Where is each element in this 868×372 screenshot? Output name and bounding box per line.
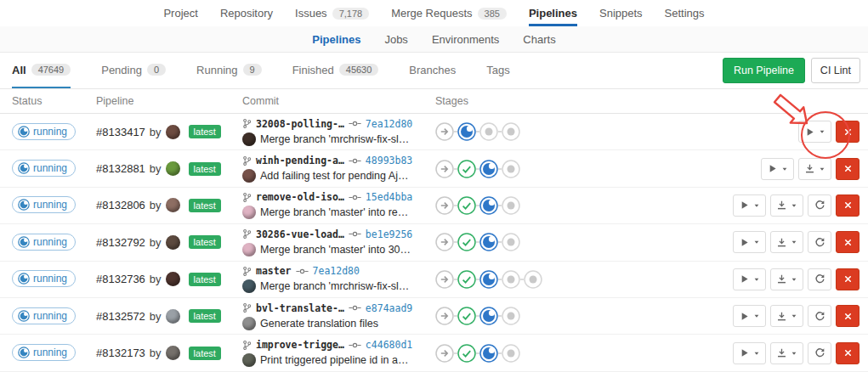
retry-button[interactable] <box>808 305 831 327</box>
download-button[interactable] <box>770 268 803 290</box>
branch-link[interactable]: bvl-translate-… <box>256 302 344 314</box>
stage-status-icon-success[interactable] <box>457 270 476 289</box>
commit-author-avatar[interactable] <box>242 353 256 367</box>
stage-status-icon-created[interactable] <box>502 122 520 141</box>
commit-sha-link[interactable]: be1e9256 <box>366 228 412 240</box>
status-badge[interactable]: running <box>12 344 76 361</box>
stage-status-icon-created[interactable] <box>502 270 520 289</box>
commit-message-link[interactable]: Print triggered pipeline id in a… <box>260 354 408 366</box>
download-button[interactable] <box>798 158 831 180</box>
stage-status-icon-created[interactable] <box>502 307 520 325</box>
user-avatar[interactable] <box>166 235 180 250</box>
cancel-button[interactable] <box>836 194 859 217</box>
download-button[interactable] <box>770 342 803 364</box>
branch-link[interactable]: 32008-polling-… <box>256 118 344 130</box>
download-button[interactable] <box>770 305 803 327</box>
stage-status-icon-created[interactable] <box>502 233 520 251</box>
stage-status-icon-skipped[interactable] <box>435 233 454 251</box>
pipeline-link[interactable]: #8132806 <box>96 199 145 211</box>
retry-button[interactable] <box>808 194 831 217</box>
cancel-button[interactable] <box>836 121 859 143</box>
retry-button[interactable] <box>808 231 831 253</box>
commit-author-avatar[interactable] <box>242 206 256 219</box>
stage-status-icon-running[interactable] <box>479 344 498 363</box>
download-button[interactable] <box>770 231 803 253</box>
play-button[interactable] <box>733 231 766 253</box>
pipeline-link[interactable]: #8132173 <box>96 347 145 359</box>
pipeline-link[interactable]: #8132736 <box>96 273 145 285</box>
branch-link[interactable]: remove-old-iso… <box>256 191 344 203</box>
pipeline-link[interactable]: #8132881 <box>96 162 145 175</box>
stage-status-icon-success[interactable] <box>457 196 476 215</box>
download-button[interactable] <box>770 194 803 217</box>
commit-author-avatar[interactable] <box>242 132 256 146</box>
play-button[interactable] <box>733 194 766 217</box>
nav-item-project[interactable]: Project <box>163 0 197 26</box>
branch-link[interactable]: 30286-vue-load… <box>256 228 344 240</box>
user-avatar[interactable] <box>166 125 180 139</box>
commit-sha-link[interactable]: e874aad9 <box>366 302 412 314</box>
branch-link[interactable]: winh-pending-a… <box>256 155 344 166</box>
stage-status-icon-success[interactable] <box>457 307 476 325</box>
stage-status-icon-running[interactable] <box>479 196 498 215</box>
stage-status-icon-skipped[interactable] <box>435 344 454 363</box>
nav-item-merge-requests[interactable]: Merge Requests385 <box>391 0 507 26</box>
stage-status-icon-created[interactable] <box>524 270 542 289</box>
retry-button[interactable] <box>808 268 831 290</box>
commit-message-link[interactable]: Generate translation files <box>260 318 378 330</box>
stage-status-icon-created[interactable] <box>502 196 520 215</box>
run-pipeline-button[interactable]: Run Pipeline <box>723 58 805 83</box>
play-button[interactable] <box>733 305 766 327</box>
pipeline-link[interactable]: #8133417 <box>96 126 145 138</box>
ci-lint-button[interactable]: CI Lint <box>811 58 860 83</box>
stage-status-icon-running[interactable] <box>479 270 498 289</box>
stage-status-icon-running[interactable] <box>479 233 498 251</box>
stage-status-icon-skipped[interactable] <box>435 122 454 141</box>
tab-pending[interactable]: Pending0 <box>101 53 166 88</box>
branch-link[interactable]: master <box>256 265 292 277</box>
commit-author-avatar[interactable] <box>242 243 256 256</box>
commit-message-link[interactable]: Merge branch 'mrchrisw-fix-sl… <box>260 280 409 292</box>
commit-author-avatar[interactable] <box>242 169 256 183</box>
commit-message-link[interactable]: Merge branch 'master' into re… <box>260 206 408 218</box>
stage-status-icon-skipped[interactable] <box>435 270 454 289</box>
commit-sha-link[interactable]: c44680d1 <box>366 339 412 351</box>
cancel-button[interactable] <box>836 158 859 180</box>
nav-item-snippets[interactable]: Snippets <box>599 0 643 26</box>
cancel-button[interactable] <box>836 268 859 290</box>
stage-status-icon-skipped[interactable] <box>435 196 454 215</box>
stage-status-icon-success[interactable] <box>457 160 476 178</box>
stage-status-icon-running[interactable] <box>457 122 476 141</box>
pipeline-link[interactable]: #8132572 <box>96 310 145 323</box>
nav-item-issues[interactable]: Issues7,178 <box>295 0 369 26</box>
play-button[interactable] <box>798 121 831 143</box>
subnav-item-environments[interactable]: Environments <box>432 33 499 46</box>
stage-status-icon-success[interactable] <box>457 233 476 251</box>
cancel-button[interactable] <box>836 231 859 253</box>
commit-sha-link[interactable]: 15ed4bba <box>366 191 412 203</box>
play-button[interactable] <box>733 268 766 290</box>
tab-tags[interactable]: Tags <box>486 53 509 88</box>
user-avatar[interactable] <box>166 198 180 212</box>
stage-status-icon-success[interactable] <box>457 344 476 363</box>
user-avatar[interactable] <box>166 272 180 286</box>
stage-status-icon-skipped[interactable] <box>435 160 454 178</box>
pipeline-link[interactable]: #8132792 <box>96 236 145 249</box>
nav-item-repository[interactable]: Repository <box>220 0 273 26</box>
tab-running[interactable]: Running9 <box>196 53 262 88</box>
commit-message-link[interactable]: Merge branch 'master' into 30… <box>260 244 411 256</box>
stage-status-icon-created[interactable] <box>502 344 520 363</box>
commit-sha-link[interactable]: 48993b83 <box>366 155 412 166</box>
cancel-button[interactable] <box>836 305 859 327</box>
status-badge[interactable]: running <box>12 234 76 251</box>
commit-author-avatar[interactable] <box>242 279 256 293</box>
commit-sha-link[interactable]: 7ea12d80 <box>313 265 360 277</box>
status-badge[interactable]: running <box>12 160 76 177</box>
stage-status-icon-created[interactable] <box>502 160 520 178</box>
user-avatar[interactable] <box>166 346 180 360</box>
stage-status-icon-running[interactable] <box>479 307 498 325</box>
stage-status-icon-skipped[interactable] <box>435 307 454 325</box>
branch-link[interactable]: improve-trigge… <box>256 339 344 351</box>
tab-branches[interactable]: Branches <box>409 53 456 88</box>
status-badge[interactable]: running <box>12 307 76 324</box>
